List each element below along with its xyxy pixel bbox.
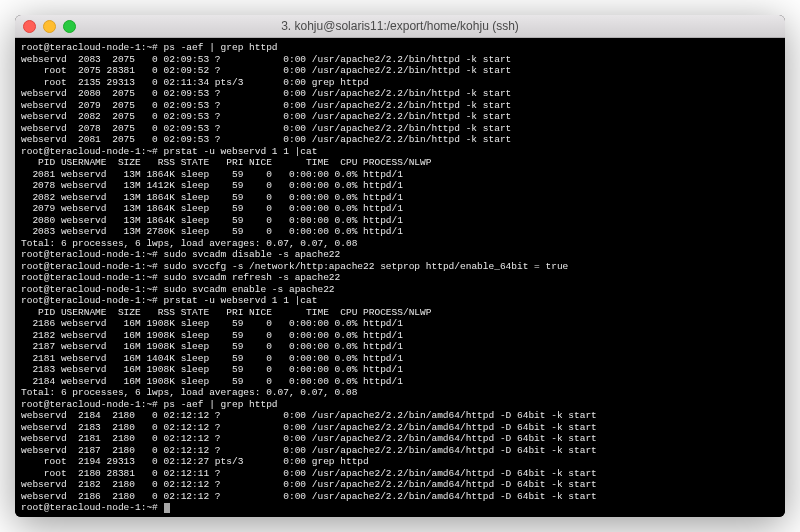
cmd: sudo svcadm enable -s apache22: [164, 284, 335, 295]
table-row: 2181 webservd 16M 1404K sleep 59 0 0:00:…: [21, 353, 403, 364]
output-line: webservd 2079 2075 0 02:09:53 ? 0:00 /us…: [21, 100, 511, 111]
titlebar: 3. kohju@solaris11:/export/home/kohju (s…: [15, 15, 785, 38]
output-line: root 2180 28381 0 02:12:11 ? 0:00 /usr/a…: [21, 468, 597, 479]
traffic-lights: [23, 20, 76, 33]
output-line: webservd 2082 2075 0 02:09:53 ? 0:00 /us…: [21, 111, 511, 122]
cmd: sudo svcadm refresh -s apache22: [164, 272, 341, 283]
output-line: webservd 2181 2180 0 02:12:12 ? 0:00 /us…: [21, 433, 597, 444]
prompt: root@teracloud-node-1:~#: [21, 295, 164, 306]
output-line: root 2194 29313 0 02:12:27 pts/3 0:00 gr…: [21, 456, 369, 467]
table-header: PID USERNAME SIZE RSS STATE PRI NICE TIM…: [21, 157, 431, 168]
table-header: PID USERNAME SIZE RSS STATE PRI NICE TIM…: [21, 307, 431, 318]
output-line: webservd 2182 2180 0 02:12:12 ? 0:00 /us…: [21, 479, 597, 490]
close-icon[interactable]: [23, 20, 36, 33]
table-row: 2082 webservd 13M 1864K sleep 59 0 0:00:…: [21, 192, 403, 203]
output-line: Total: 6 processes, 6 lwps, load average…: [21, 238, 357, 249]
cmd: ps -aef | grep httpd: [164, 42, 278, 53]
table-row: 2183 webservd 16M 1908K sleep 59 0 0:00:…: [21, 364, 403, 375]
table-row: 2187 webservd 16M 1908K sleep 59 0 0:00:…: [21, 341, 403, 352]
output-line: root 2135 29313 0 02:11:34 pts/3 0:00 gr…: [21, 77, 369, 88]
window-title: 3. kohju@solaris11:/export/home/kohju (s…: [15, 19, 785, 33]
output-line: Total: 6 processes, 6 lwps, load average…: [21, 387, 357, 398]
prompt: root@teracloud-node-1:~#: [21, 146, 164, 157]
table-row: 2083 webservd 13M 2780K sleep 59 0 0:00:…: [21, 226, 403, 237]
prompt: root@teracloud-node-1:~#: [21, 261, 164, 272]
cmd: sudo svccfg -s /network/http:apache22 se…: [164, 261, 569, 272]
prompt: root@teracloud-node-1:~#: [21, 399, 164, 410]
output-line: webservd 2083 2075 0 02:09:53 ? 0:00 /us…: [21, 54, 511, 65]
zoom-icon[interactable]: [63, 20, 76, 33]
table-row: 2079 webservd 13M 1864K sleep 59 0 0:00:…: [21, 203, 403, 214]
prompt: root@teracloud-node-1:~#: [21, 502, 164, 513]
output-line: webservd 2186 2180 0 02:12:12 ? 0:00 /us…: [21, 491, 597, 502]
prompt: root@teracloud-node-1:~#: [21, 249, 164, 260]
output-line: webservd 2187 2180 0 02:12:12 ? 0:00 /us…: [21, 445, 597, 456]
prompt: root@teracloud-node-1:~#: [21, 272, 164, 283]
cursor: [164, 503, 170, 513]
cmd: prstat -u webservd 1 1 |cat: [164, 295, 318, 306]
prompt: root@teracloud-node-1:~#: [21, 284, 164, 295]
cmd: ps -aef | grep httpd: [164, 399, 278, 410]
minimize-icon[interactable]: [43, 20, 56, 33]
table-row: 2078 webservd 13M 1412K sleep 59 0 0:00:…: [21, 180, 403, 191]
table-row: 2184 webservd 16M 1908K sleep 59 0 0:00:…: [21, 376, 403, 387]
cmd: sudo svcadm disable -s apache22: [164, 249, 341, 260]
terminal-window: 3. kohju@solaris11:/export/home/kohju (s…: [15, 15, 785, 517]
output-line: webservd 2184 2180 0 02:12:12 ? 0:00 /us…: [21, 410, 597, 421]
output-line: webservd 2078 2075 0 02:09:53 ? 0:00 /us…: [21, 123, 511, 134]
output-line: webservd 2183 2180 0 02:12:12 ? 0:00 /us…: [21, 422, 597, 433]
table-row: 2186 webservd 16M 1908K sleep 59 0 0:00:…: [21, 318, 403, 329]
table-row: 2080 webservd 13M 1864K sleep 59 0 0:00:…: [21, 215, 403, 226]
terminal-body[interactable]: root@teracloud-node-1:~# ps -aef | grep …: [15, 38, 785, 517]
table-row: 2081 webservd 13M 1864K sleep 59 0 0:00:…: [21, 169, 403, 180]
prompt: root@teracloud-node-1:~#: [21, 42, 164, 53]
output-line: webservd 2080 2075 0 02:09:53 ? 0:00 /us…: [21, 88, 511, 99]
output-line: root 2075 28381 0 02:09:52 ? 0:00 /usr/a…: [21, 65, 511, 76]
table-row: 2182 webservd 16M 1908K sleep 59 0 0:00:…: [21, 330, 403, 341]
output-line: webservd 2081 2075 0 02:09:53 ? 0:00 /us…: [21, 134, 511, 145]
cmd: prstat -u webservd 1 1 |cat: [164, 146, 318, 157]
